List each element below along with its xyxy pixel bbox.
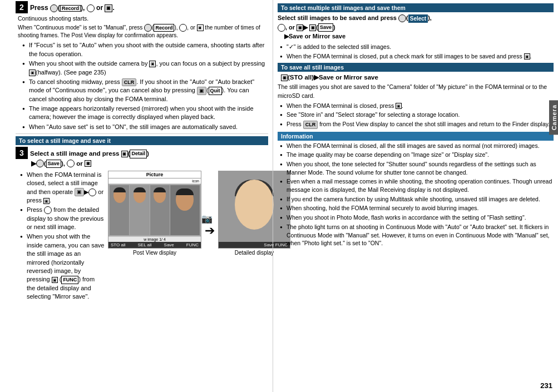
save-btn-label: Save: [164, 242, 174, 247]
save-bullets: When the FOMA terminal is closed, press …: [278, 102, 554, 129]
step2-badge: 2: [16, 1, 28, 13]
post-view-thumbs: [108, 184, 201, 236]
info-bullets: When the FOMA terminal is closed, all th…: [278, 142, 554, 247]
save-circle2-icon: [67, 160, 75, 167]
save-bullet3: Press CLR from the Post View display to …: [280, 120, 554, 129]
check-mark: ✓: [289, 43, 294, 50]
halfway-icon: ▣: [29, 70, 36, 76]
save-all-line: ▣(STO all)▶Save or Mirror save: [281, 73, 554, 81]
save-label: Save: [46, 160, 61, 168]
page-container: 2 Press (Record), or ▣. Continuous shoot…: [0, 0, 558, 392]
record-label: Record: [60, 5, 81, 12]
detail-face: [235, 180, 274, 230]
press-sq2-icon: ▣: [524, 53, 530, 59]
or-circle-icon: [88, 188, 96, 196]
step-divider: [16, 133, 268, 134]
post-view-inner: Picture icon: [108, 171, 201, 248]
sto-sq-icon: ▣: [281, 75, 288, 81]
camera-small-icon: 📷: [201, 214, 213, 224]
circle-icon: [87, 4, 95, 12]
step3-title: Select a still image and press ▣(Detail)…: [30, 149, 149, 168]
step2-subtitle: Continuous shooting starts.: [18, 14, 268, 23]
press-sq3-icon: ▣: [396, 103, 402, 109]
info-bullet5: If you end the camera function by using …: [280, 195, 554, 204]
outside-cam-icon: ▣: [149, 61, 156, 67]
info-bullet6: When shooting, hold the FOMA terminal se…: [280, 204, 554, 212]
bullet-mirrored: The image appears horizontally reversed …: [22, 105, 268, 122]
save-bullet1: When the FOMA terminal is closed, press …: [280, 102, 554, 110]
bullet-foma-closed: When the FOMA terminal is closed, select…: [20, 171, 105, 205]
step3-section: To select a still image and save it 3 Se…: [16, 136, 268, 302]
save2-label: Save: [318, 23, 333, 32]
select-label: Select: [408, 14, 428, 23]
bullet-outside-cam: When you shoot with the outside camera b…: [22, 59, 268, 77]
hair4: [176, 188, 194, 195]
multi-bullets: "✓" is added to the selected still image…: [278, 43, 554, 60]
hair1: [113, 187, 126, 192]
multi-title-line1: Select still images to be saved and pres…: [278, 13, 554, 23]
select-circle2-icon: [278, 24, 285, 32]
circle2-icon: [179, 24, 187, 32]
sto-all-label: STO all: [111, 242, 126, 247]
save-body-text: The still images you shot are saved to t…: [278, 83, 554, 100]
record-circle2-icon: [144, 24, 152, 32]
func-icon: ▣: [121, 151, 128, 157]
post-view-image: Picture icon: [108, 171, 201, 249]
menu-icon: ▣: [197, 87, 206, 95]
clr2-icon: CLR: [303, 121, 318, 129]
info-header: Information: [278, 132, 554, 141]
save-circle-icon: [36, 160, 44, 167]
nav-circle-icon: [44, 206, 52, 214]
square-icon: ▣: [105, 4, 112, 12]
step2-body: Continuous shooting starts. When "Contin…: [18, 14, 268, 131]
save-mirror-header: ▶Save or Mirror save: [284, 32, 554, 41]
thumb1: [110, 185, 129, 235]
step3-section-header: To select a still image and save it: [16, 136, 268, 145]
right-column: To select multiple still images and save…: [273, 0, 558, 392]
multi-title: Select still images to be saved and pres…: [278, 13, 554, 41]
select-sq-icon: ▣: [297, 24, 303, 31]
bullet-focus: If "Focus" is set to "Auto" when you sho…: [22, 41, 268, 58]
arrow-icon: ➔ 📷: [205, 224, 215, 238]
info-bullet3: When you shoot, the tone selected for "S…: [280, 160, 554, 176]
step3-title-line1: Select a still image and press ▣(Detail): [30, 149, 149, 158]
multi-title-line2: , or ▣▶ ▣(Save): [278, 23, 554, 32]
press-sq-icon: ▣: [43, 198, 50, 204]
func2-icon: ▣: [52, 277, 58, 283]
step3-bullets: When the FOMA terminal is closed, select…: [16, 171, 105, 301]
step2-title: Press (Record), or ▣.: [30, 4, 115, 12]
record-circle-icon: [50, 4, 58, 12]
info-bullet1: When the FOMA terminal is closed, all th…: [280, 142, 554, 150]
multi-section-header: To select multiple still images and save…: [278, 3, 554, 12]
clr-icon: CLR: [122, 78, 137, 87]
sel-all-label: SEL all: [138, 242, 152, 247]
step2-body-text: When "Continuous mode" is set to "Manual…: [18, 24, 268, 40]
multi-bullet1: "✓" is added to the selected still image…: [280, 43, 554, 51]
step3-badge: 3: [16, 147, 28, 159]
images-area: When the FOMA terminal is closed, select…: [16, 171, 268, 302]
step2-section: 2 Press (Record), or ▣. Continuous shoot…: [16, 1, 268, 131]
hair3: [154, 187, 166, 192]
thumb4: [170, 185, 200, 235]
func2-label: FUNC: [186, 242, 199, 247]
post-view-label-area: Post View display: [108, 249, 201, 256]
sq2-icon: ▣: [197, 24, 204, 31]
save-sq-icon: ▣: [85, 160, 91, 167]
detail-label: Detail: [130, 150, 147, 158]
step3-bullets-area: When the FOMA terminal is closed, select…: [16, 171, 105, 302]
save-bullet2: See "Store in" and "Select storage" for …: [280, 111, 554, 119]
bullet-mirror-save: When you shot with the inside camera, yo…: [20, 232, 105, 301]
hair2: [134, 187, 146, 192]
post-view-container: Picture icon: [108, 171, 201, 302]
info-bullet8: The photo light turns on at shooting in …: [280, 223, 554, 247]
left-column: 2 Press (Record), or ▣. Continuous shoot…: [0, 0, 273, 392]
post-view-title-bar: Picture: [108, 171, 201, 178]
bullet-cancel-mid: To cancel shooting midway, press CLR. If…: [22, 78, 268, 103]
post-view-icon-label: icon: [108, 178, 201, 184]
bullet-autosave: When "Auto save set" is set to "ON", the…: [22, 123, 268, 131]
post-view-counter: w image 1/ 4: [108, 236, 201, 242]
multi-bullet2: When the FOMA terminal is closed, put a …: [280, 52, 554, 61]
page-number: 231: [540, 381, 552, 390]
save-all-header: To save all still images: [278, 63, 554, 72]
info-bullet7: When you shoot in Photo Mode, flash work…: [280, 214, 554, 222]
